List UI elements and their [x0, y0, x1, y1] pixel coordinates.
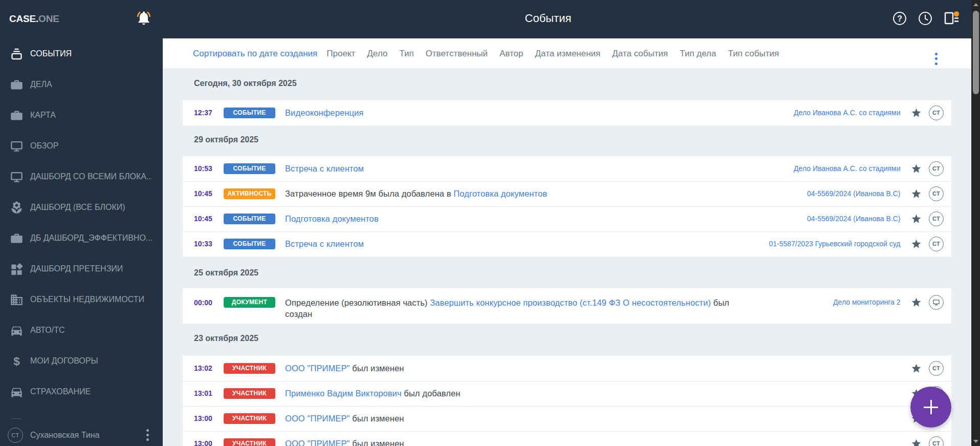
- svg-text:$: $: [13, 355, 20, 368]
- svg-text:?: ?: [897, 14, 902, 23]
